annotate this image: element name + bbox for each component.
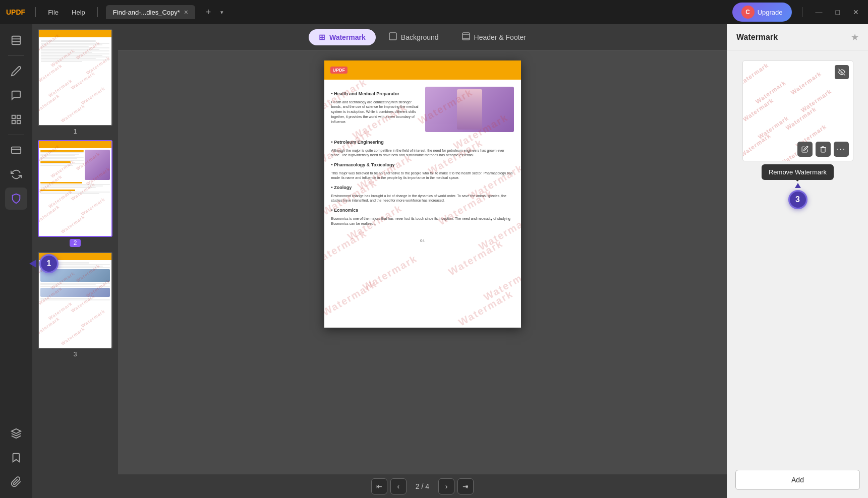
last-page-btn[interactable]: ⇥ (457, 478, 474, 494)
watermark-tab[interactable]: ⊞ Watermark (309, 29, 376, 45)
svg-rect-10 (389, 33, 396, 40)
remove-watermark-tooltip-wrapper: Remove Watermark (742, 166, 853, 180)
page-num-2: 2 (70, 239, 81, 247)
svg-rect-3 (12, 115, 15, 118)
background-tab[interactable]: Background (379, 29, 449, 45)
convert-tool-btn[interactable] (5, 163, 27, 185)
attachment-tool-btn[interactable] (5, 471, 27, 493)
watermark-card-container: Watermark Watermark Watermark Watermark … (742, 60, 853, 209)
step1-arrow (29, 260, 36, 268)
svg-rect-0 (12, 36, 21, 45)
comment-tool-btn[interactable] (5, 84, 27, 106)
pdf-page: UPDF Health and Medical Preparator Healt… (324, 60, 521, 328)
file-menu[interactable]: File (44, 7, 63, 18)
step1-indicator: 1 (29, 254, 59, 273)
tab-label: Find-and-...dies_Copy* (113, 9, 180, 16)
watermark-tab-label: Watermark (329, 33, 366, 41)
thumb-img-1: Watermark Watermark Watermark Watermark … (38, 29, 112, 126)
organize-tool-btn[interactable] (5, 108, 27, 131)
bookmark-tool-btn[interactable] (5, 447, 27, 469)
page-num-1: 1 (74, 128, 77, 135)
page-navigation: ⇤ ‹ 2 / 4 › ⇥ (118, 474, 727, 498)
pdf-top-section: Health and Medical Preparator Health and… (331, 87, 514, 135)
upgrade-label: Upgrade (758, 9, 783, 16)
prev-page-btn[interactable]: ‹ (390, 478, 407, 494)
reader-tool-btn[interactable] (5, 29, 27, 51)
header-footer-tab-icon (462, 32, 470, 42)
add-button[interactable]: Add (735, 470, 860, 490)
svg-rect-7 (12, 147, 21, 154)
background-tab-icon (389, 32, 397, 42)
pen-tool-btn[interactable] (5, 60, 27, 82)
edit-watermark-btn[interactable] (797, 142, 813, 157)
sep-1 (8, 55, 24, 56)
right-panel: Watermark ★ Watermark Watermark Watermar… (727, 24, 868, 498)
step3-circle: 3 (788, 190, 807, 209)
section4-body: Environment change has brought a lot of … (331, 194, 514, 204)
watermark-preview-card: Watermark Watermark Watermark Watermark … (742, 60, 853, 161)
pdf-logo-badge: UPDF (330, 67, 348, 74)
user-avatar: C (741, 6, 755, 19)
remove-watermark-label: Remove Watermark (769, 168, 827, 176)
pdf-col-right (425, 87, 514, 135)
pdf-content: Health and Medical Preparator Health and… (324, 80, 521, 235)
titlebar-right: C Upgrade — □ ✕ (732, 3, 862, 22)
header-footer-tab-label: Header & Footer (474, 33, 527, 41)
app-logo: UPDF (6, 8, 25, 16)
minimize-btn[interactable]: — (813, 8, 826, 16)
svg-rect-5 (12, 120, 15, 123)
right-panel-title: Watermark (736, 33, 778, 42)
section3-body: This major was believed to be an alterna… (331, 171, 514, 181)
form-tool-btn[interactable] (5, 139, 27, 161)
background-tab-label: Background (401, 33, 439, 41)
protect-tool-btn[interactable] (5, 188, 27, 210)
close-btn[interactable]: ✕ (850, 8, 862, 16)
pdf-viewer: UPDF Health and Medical Preparator Healt… (118, 50, 727, 474)
help-menu[interactable]: Help (68, 7, 89, 18)
svg-rect-6 (17, 120, 20, 123)
maximize-btn[interactable]: □ (833, 8, 843, 16)
watermark-tab-icon: ⊞ (319, 33, 325, 42)
pdf-image-student (425, 87, 514, 132)
tabs-dropdown-btn[interactable]: ▾ (220, 9, 223, 16)
thumb-img-2: Watermark Watermark Watermark Watermark … (38, 140, 112, 237)
thumbnail-page-1[interactable]: Watermark Watermark Watermark Watermark … (36, 29, 114, 135)
section2-body: Although the major is quite competitive … (331, 148, 514, 158)
sep2 (97, 7, 98, 17)
section2-title: Petroleum Engineering (331, 139, 514, 146)
toggle-visibility-btn[interactable] (835, 65, 849, 79)
right-panel-header: Watermark ★ (727, 24, 868, 50)
section1-title: Health and Medical Preparator (331, 91, 420, 98)
remove-watermark-tooltip: Remove Watermark (762, 164, 834, 180)
layers-tool-btn[interactable] (5, 422, 27, 445)
sep3 (802, 7, 802, 17)
step3-indicator: 3 (742, 183, 853, 209)
step1-circle: 1 (39, 254, 59, 273)
first-page-btn[interactable]: ⇤ (371, 478, 387, 494)
page-toolbar: 2 ⊞ Watermark Background Header & Footer (118, 24, 727, 50)
section5-title: Economics (331, 207, 514, 214)
favorite-star-btn[interactable]: ★ (851, 32, 859, 43)
header-footer-tab[interactable]: Header & Footer (452, 29, 537, 45)
upgrade-button[interactable]: C Upgrade (732, 3, 792, 22)
wm-action-row: ··· (797, 142, 849, 157)
section5-body: Economics is one of the majors that has … (331, 216, 514, 226)
center-column: 2 ⊞ Watermark Background Header & Footer (118, 24, 727, 498)
thumbnail-page-2[interactable]: Watermark Watermark Watermark Watermark … (36, 140, 114, 247)
active-tab[interactable]: Find-and-...dies_Copy* × (106, 5, 195, 19)
more-watermark-btn[interactable]: ··· (834, 142, 849, 157)
tab-close-btn[interactable]: × (184, 8, 188, 16)
page-indicator: 2 / 4 (410, 482, 435, 490)
new-tab-btn[interactable]: + (202, 6, 214, 18)
section1-body: Health and technology are connecting wit… (331, 100, 420, 125)
section4-title: Zoology (331, 184, 514, 192)
icon-sidebar: 1 (0, 24, 32, 498)
section3-title: Pharmacology & Toxicology (331, 162, 514, 169)
pdf-page-num: 04 (324, 235, 521, 246)
sep-2 (8, 135, 24, 135)
delete-watermark-btn[interactable] (816, 142, 831, 157)
pdf-header-bar: UPDF (324, 60, 521, 80)
svg-marker-9 (12, 429, 21, 433)
page-num-3: 3 (74, 351, 77, 358)
next-page-btn[interactable]: › (438, 478, 454, 494)
